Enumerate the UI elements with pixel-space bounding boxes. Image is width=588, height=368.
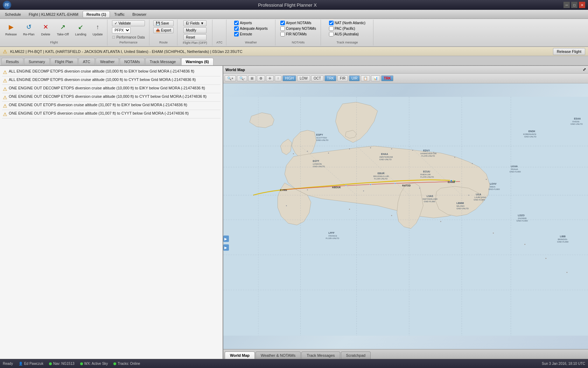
svg-text:MILANO: MILANO [456,205,464,207]
nat-checkbox[interactable] [329,21,334,25]
svg-point-31 [307,151,308,152]
modify-label: Modify [186,28,196,32]
takeoff-label: Take-Off [57,33,69,36]
map-expand-icon[interactable]: ⤢ [583,67,586,72]
map-high[interactable]: HIGH [282,75,296,81]
map-track1[interactable]: 📋 [361,75,370,81]
pac-check[interactable]: PAC (Pacific) [328,26,366,31]
map-fit[interactable]: ⊞ [248,75,256,81]
map-tab-world-map[interactable]: World Map [225,352,255,359]
aus-check[interactable]: AUS (Australia) [328,32,366,37]
reset-button[interactable]: Reset [183,34,206,40]
aus-checkbox[interactable] [329,32,334,36]
tab-atc[interactable]: ATC [78,58,95,65]
maximize-button[interactable]: □ [571,2,578,8]
title-bar: PF Professional Flight Planner X ─ □ ✕ [0,0,588,10]
airports-checkbox[interactable] [234,21,239,25]
map-settings[interactable]: ⚙ [257,75,265,81]
map-fir[interactable]: FIR [337,75,348,81]
map-track2[interactable]: 📊 [371,75,380,81]
company-notams-check[interactable]: Company NOTAMs [280,26,317,31]
tracks-status: Tracks: Online [113,362,140,366]
flight-warning-icon: ⚠ [3,49,7,54]
delete-button[interactable]: ✕ Delete [38,20,53,38]
export-button[interactable]: 📤 Export [153,27,174,33]
map-tab-weather---notams[interactable]: Weather & NOTAMs [255,352,301,359]
adequate-airports-checkbox[interactable] [234,26,239,31]
map-arrow[interactable]: ↑ [275,75,281,81]
svg-text:GND-FL660: GND-FL660 [474,199,485,201]
fir-notams-checkbox[interactable] [280,32,285,36]
tab-flight-plan[interactable]: Flight Plan [50,58,78,65]
flight-info-bar: ⚠ KLM622 | PH-BQT | KATL (HARTSFIELD - J… [0,47,588,56]
map-zoom-out[interactable]: 🔍- [237,75,247,81]
close-button[interactable]: ✕ [579,2,585,8]
map-track3[interactable]: TRK [381,75,393,81]
svg-point-36 [412,150,413,151]
tab-notams[interactable]: NOTAMs [120,58,144,65]
svg-text:GND-FL660: GND-FL660 [517,220,528,222]
takeoff-button[interactable]: ↗ Take-Off [55,20,71,38]
map-canvas[interactable]: EGPY SCOTTISH GND-UNLTD EGTT LONDON GND-… [223,83,588,349]
tab-results[interactable]: Results [1,58,23,65]
adequate-airports-label: Adequate Airports [240,27,268,30]
svg-text:LJUBLJANA: LJUBLJANA [474,196,486,198]
validate-button[interactable]: ✓ Validate [112,20,145,26]
route-group-label: Route [159,41,168,45]
window-controls: ─ □ ✕ [564,2,585,8]
map-tab-scratchpad[interactable]: Scratchpad [341,352,371,359]
modify-button[interactable]: Modify [183,27,206,33]
tab-warnings--6-[interactable]: Warnings (6) [181,58,214,65]
map-crosshair[interactable]: ✛ [266,75,274,81]
map-zoom-in[interactable]: 🔍+ [225,75,236,81]
nat-check[interactable]: NAT (North Atlantic) [328,20,366,26]
fir-notams-check[interactable]: FIR NOTAMs [280,32,317,37]
release-flight-button[interactable]: Release Flight [553,48,585,55]
fields-button[interactable]: E/ Fields ▼ [183,20,206,26]
svg-point-43 [363,190,364,192]
menu-item-browser[interactable]: Browser [129,11,150,18]
enroute-checkbox[interactable] [234,32,239,36]
svg-text:EHAA: EHAA [381,153,388,155]
svg-text:LOVV: LOVV [490,183,496,185]
update-button[interactable]: ↑ Update [90,20,105,38]
airport-notams-checkbox[interactable] [280,21,285,25]
pfpx-select[interactable]: PFPX [112,27,131,33]
save-button[interactable]: 💾 Save [153,20,174,26]
enroute-check[interactable]: Enroute [233,32,268,37]
menu-item-schedule[interactable]: Schedule [1,11,24,18]
airports-check[interactable]: Airports [233,20,268,26]
map-svg: EGPY SCOTTISH GND-UNLTD EGTT LONDON GND-… [223,83,588,349]
menu-item-results--1-[interactable]: Results (1) [83,11,110,18]
replan-button[interactable]: ↺ Re-Plan [21,20,37,38]
wx-dot [80,362,83,365]
landing-button[interactable]: ↙ Landing [72,20,89,38]
svg-text:AMSTERDAM: AMSTERDAM [379,156,393,158]
map-trk[interactable]: TRK [324,75,336,81]
svg-text:FL245-UNLTD: FL245-UNLTD [420,176,434,178]
svg-text:FRANCE: FRANCE [329,235,337,237]
adequate-airports-check[interactable]: Adequate Airports [233,26,268,31]
tab-weather[interactable]: Weather [96,58,119,65]
menu-item-traffic[interactable]: Traffic [111,11,128,18]
svg-point-49 [492,232,494,234]
tab-track-message[interactable]: Track Message [145,58,181,65]
nav-dot [49,362,52,365]
svg-text:ESAA: ESAA [574,117,581,120]
svg-text:ZAGREB: ZAGREB [518,217,527,219]
menu-item-flight---klm622-katl-eham[interactable]: Flight | KLM622 KATL-EHAM [25,11,82,18]
map-tab-track-messages[interactable]: Track Messages [301,352,340,359]
svg-point-27 [394,183,396,184]
airport-notams-check[interactable]: Airport NOTAMs [280,20,317,26]
minimize-button[interactable]: ─ [564,2,570,8]
pac-checkbox[interactable] [329,26,334,31]
svg-text:FL245-UNLTD: FL245-UNLTD [421,155,435,157]
company-notams-checkbox[interactable] [280,26,285,31]
svg-text:RHEN-UIR: RHEN-UIR [420,173,431,176]
airports-label: Airports [240,21,252,25]
tab-summary[interactable]: Summary [24,58,50,65]
map-uir[interactable]: UIR [349,75,360,81]
map-low[interactable]: LOW [297,75,310,81]
release-button[interactable]: ▶ Release [3,20,19,38]
map-oct[interactable]: OCT [311,75,323,81]
